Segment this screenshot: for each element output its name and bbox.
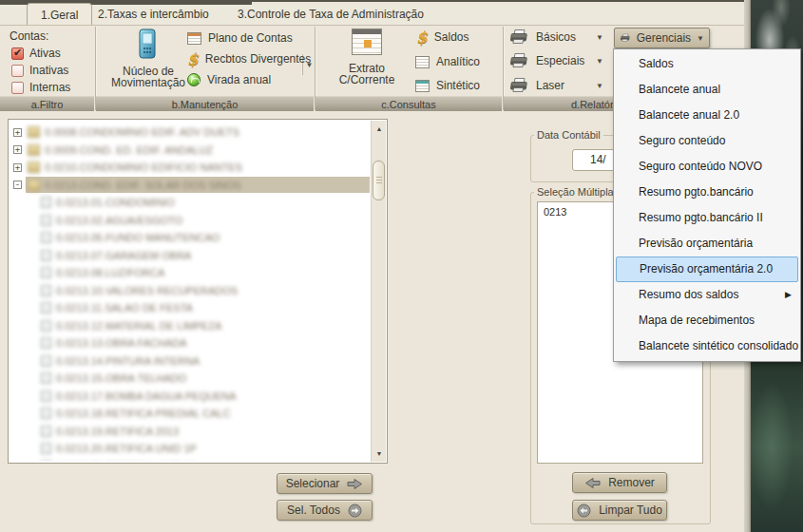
tree-item[interactable]: 0.0213.10.VALORES RECUPERADOS [10, 282, 370, 300]
tree-item[interactable]: 0.0213.01.CONDOMINIO [10, 194, 370, 212]
document-icon [41, 355, 51, 367]
checkbox-ativas-box[interactable] [11, 48, 24, 60]
tab-controle-taxa-administracao[interactable]: 3.Controle de Taxa de Administração [224, 4, 437, 25]
tree-item[interactable]: 0.0213.07.GARAGEM OBRA [10, 247, 370, 265]
tree-item-label: 0.0213.08.LUZ/FORCA [56, 267, 164, 278]
tree-item-label: 0.0213.02.AGUA/ESGOTO [56, 215, 182, 226]
analitico-button[interactable]: Analítico [415, 55, 480, 68]
scrollbar-thumb[interactable] [373, 161, 385, 200]
accounts-tree[interactable]: + 0.0008.CONDOMINIO EDIF. ADV DUETS + 0.… [8, 119, 388, 464]
tree-item[interactable]: 0.0213.21.RETIFICA UNID 10 [10, 458, 370, 462]
menu-item-resumo-pgto-bancario[interactable]: Resumo pgto.bancário [614, 180, 800, 205]
tree-item[interactable]: 0.0213.11.SALAO DE FESTA [10, 299, 370, 317]
menu-item-saldos[interactable]: Saldos [614, 51, 800, 77]
green-globe-icon [187, 73, 201, 86]
menu-item-previsao-orcamentaria-2[interactable]: Previsão orçamentária 2.0 [616, 256, 798, 282]
tree-expander-icon[interactable]: + [13, 128, 22, 137]
tree-item-label: 0.0213.20.RETIFICA UNID 1P [56, 443, 197, 454]
tree-item[interactable]: 0.0213.08.LUZ/FORCA [10, 264, 370, 282]
tree-item[interactable]: 0.0213.17.BOMBA DAGUA PEQUENA [10, 388, 370, 406]
menu-item-balancete-sintetico-consolidado[interactable]: Balancete sintético consolidado [614, 333, 800, 359]
menu-item-balancete-anual-2[interactable]: Balancete anual 2.0 [614, 103, 800, 128]
tree-item-label: 0.0213.12.MATERIAL DE LIMPEZA [56, 320, 221, 332]
menu-item-resumo-dos-saldos[interactable]: Resumo dos saldos ▶ [614, 282, 800, 308]
group-band-filtro: a.Filtro [0, 96, 94, 111]
table-teal-icon [415, 80, 430, 92]
folder-icon [28, 126, 40, 138]
tree-item[interactable]: - 0.0213.COND. EDIF. SOLAR DOS SINOS [10, 177, 370, 195]
checkbox-internas-label: Internas [29, 81, 70, 94]
document-icon [41, 408, 51, 419]
menu-item-mapa-de-recebimentos[interactable]: Mapa de recebimentos [614, 308, 800, 333]
screen: 1.Geral 2.Taxas e intercâmbio 3.Controle… [0, 0, 803, 532]
tree-expander-icon[interactable]: + [13, 163, 22, 172]
sel-todos-button[interactable]: Sel. Todos [277, 500, 373, 521]
checkbox-internas-box[interactable] [11, 82, 24, 94]
document-icon [41, 285, 51, 296]
tree-item-label: 0.0213.11.SALAO DE FESTA [56, 302, 193, 314]
tab-geral[interactable]: 1.Geral [27, 3, 92, 25]
plano-de-contas-button[interactable]: Plano de Contas [187, 31, 293, 45]
tree-item[interactable]: 0.0213.20.RETIFICA UNID 1P [10, 440, 370, 458]
especiais-button[interactable]: Especiais ▼ [508, 53, 603, 68]
saldos-button[interactable]: $ Saldos [416, 30, 469, 44]
checkbox-inativas-box[interactable] [11, 65, 24, 77]
tree-scrollbar[interactable]: ▲ ▼ [371, 121, 386, 462]
tab-taxas-intercambio[interactable]: 2.Taxas e intercâmbio [85, 4, 222, 25]
group-band-manutencao: b.Manutenção [96, 96, 314, 111]
submenu-arrow-icon: ▶ [785, 282, 792, 308]
tree-item[interactable]: 0.0213.05.FUNDO MANUTENCAO [10, 229, 370, 247]
tree-item-label: 0.0213.15.OBRA TELHADO [56, 372, 186, 384]
gerenciais-button[interactable]: Gerenciais ▼ [614, 28, 710, 48]
extrato-ccorrente-button[interactable]: Extrato C/Corrente [335, 28, 399, 86]
checkbox-ativas[interactable]: Ativas [11, 47, 61, 60]
checkbox-inativas-label: Inativas [29, 64, 68, 77]
table-icon [415, 56, 430, 68]
menu-item-resumo-pgto-bancario-ii[interactable]: Resumo pgto.bancário II [614, 205, 800, 231]
document-icon [41, 443, 51, 454]
gerenciais-dropdown-menu: Saldos Balancete anual Balancete anual 2… [613, 48, 801, 362]
nucleo-movimentacao-button[interactable]: Núcleo de Movimentação [95, 28, 201, 88]
scrollbar-up-icon[interactable]: ▲ [373, 123, 385, 135]
tree-item[interactable]: 0.0213.15.OBRA TELHADO [10, 370, 370, 388]
remover-button[interactable]: Remover [572, 472, 667, 493]
scrollbar-down-icon[interactable]: ▼ [373, 447, 385, 460]
checkbox-internas[interactable]: Internas [11, 81, 70, 94]
laser-button[interactable]: Laser ▼ [508, 78, 603, 93]
tree-item[interactable]: + 0.0008.CONDOMINIO EDIF. ADV DUETS [10, 124, 370, 142]
sel-todos-label: Sel. Todos [287, 504, 340, 517]
limpar-tudo-label: Limpar Tudo [599, 504, 662, 517]
limpar-tudo-button[interactable]: Limpar Tudo [572, 500, 667, 521]
menu-item-previsao-orcamentaria[interactable]: Previsão orçamentária [614, 231, 800, 256]
basicos-button[interactable]: Básicos ▼ [508, 29, 603, 45]
tree-item-label: 0.0210.CONDOMINIO EDIFICIO NANTES [45, 162, 242, 173]
especiais-label: Especiais [536, 54, 589, 67]
tree-item[interactable]: 0.0213.12.MATERIAL DE LIMPEZA [10, 317, 370, 335]
tree-item[interactable]: 0.0213.14.PINTURA INTERNA [10, 352, 370, 370]
sintetico-button[interactable]: Sintético [415, 79, 480, 92]
menu-item-seguro-conteudo-novo[interactable]: Seguro conteúdo NOVO [614, 154, 800, 180]
menu-item-seguro-conteudo[interactable]: Seguro conteúdo [614, 128, 800, 154]
menu-item-resumo-dos-saldos-label: Resumo dos saldos [639, 288, 738, 301]
tree-item[interactable]: 0.0213.02.AGUA/ESGOTO [10, 212, 370, 230]
tree-expander-icon[interactable]: + [13, 145, 22, 154]
tree-item[interactable]: + 0.0009.COND. ED. EDIF. ANDALUZ [10, 142, 370, 160]
ledger-grid-icon [187, 32, 201, 45]
recbtos-divergentes-button[interactable]: $ Recbtos Divergentes [187, 52, 311, 66]
contas-heading: Contas: [10, 29, 48, 43]
tree-item[interactable]: 0.0213.19.RETIFICA 2013 [10, 423, 370, 441]
tree-expander-icon[interactable]: - [13, 180, 22, 189]
tree-item[interactable]: + 0.0210.CONDOMINIO EDIFICIO NANTES [10, 159, 370, 177]
data-contabil-label: Data Contábil [534, 129, 603, 141]
circle-arrow-left-icon [577, 504, 591, 518]
phone-icon [138, 28, 159, 60]
selecionar-button[interactable]: Selecionar [277, 473, 373, 494]
checkbox-inativas[interactable]: Inativas [11, 64, 68, 77]
tree-item[interactable]: 0.0213.18.RETIFICA PREDIAL CALC [10, 405, 370, 423]
virada-anual-button[interactable]: Virada anual [187, 73, 271, 86]
chevron-down-icon: ▼ [596, 82, 603, 90]
laser-label: Laser [536, 79, 589, 92]
sintetico-label: Sintético [436, 79, 480, 92]
menu-item-balancete-anual[interactable]: Balancete anual [614, 77, 800, 103]
tree-item[interactable]: 0.0213.13.OBRA FACHADA [10, 334, 370, 352]
